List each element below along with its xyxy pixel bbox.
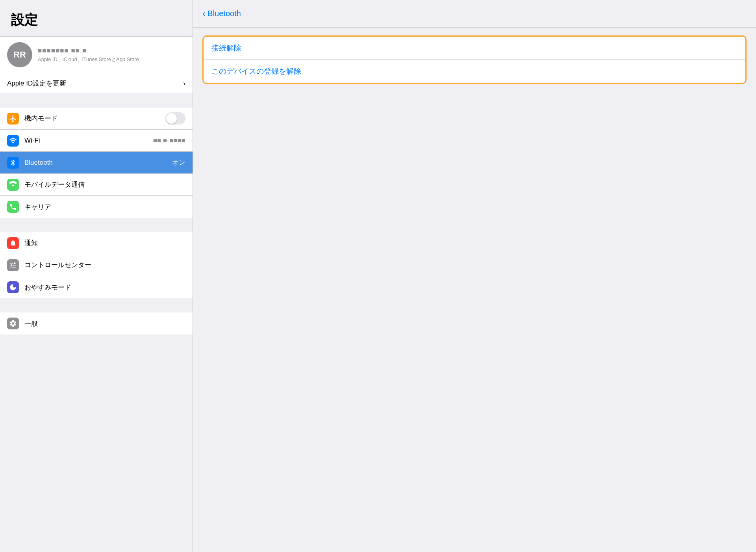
chevron-right-icon: › <box>183 80 185 87</box>
sidebar-item-mobile[interactable]: モバイルデータ通信 <box>0 174 193 196</box>
right-content: 接続解除 このデバイスの登録を解除 <box>193 28 756 552</box>
gear-icon <box>7 318 19 329</box>
back-label: Bluetooth <box>208 9 241 18</box>
bluetooth-label: Bluetooth <box>24 159 167 167</box>
control-center-icon <box>7 259 19 271</box>
sidebar-item-control-center[interactable]: コントロールセンター <box>0 254 193 276</box>
bluetooth-value: オン <box>172 158 185 167</box>
carrier-icon <box>7 201 19 213</box>
right-header: ‹ Bluetooth <box>193 0 756 28</box>
disconnect-button[interactable]: 接続解除 <box>204 37 745 60</box>
airplane-toggle[interactable] <box>165 112 185 125</box>
carrier-label: キャリア <box>24 203 185 212</box>
wifi-icon <box>7 135 19 147</box>
back-button[interactable]: ‹ Bluetooth <box>202 9 241 19</box>
section-gap-1 <box>0 93 193 100</box>
sidebar-item-airplane[interactable]: 機内モード <box>0 108 193 130</box>
sidebar-item-notifications[interactable]: 通知 <box>0 232 193 254</box>
section-gap-3 <box>0 298 193 305</box>
do-not-disturb-label: おやすみモード <box>24 283 185 292</box>
page-title: 設定 <box>0 0 193 36</box>
profile-subtitle: Apple ID、iCloud、iTunes StoreとApp Store <box>38 56 185 63</box>
sidebar-item-bluetooth[interactable]: Bluetooth オン <box>0 152 193 174</box>
settings-group-1: 機内モード Wi-Fi ■■.■-■■■■ Bluetooth オン モバイルデ… <box>0 108 193 218</box>
profile-section[interactable]: RR ■■■■■■■ ■■.■ Apple ID、iCloud、iTunes S… <box>0 37 193 73</box>
sidebar-item-general[interactable]: 一般 <box>0 312 193 335</box>
avatar: RR <box>7 42 32 67</box>
settings-group-3: 一般 <box>0 312 193 335</box>
bluetooth-icon <box>7 157 19 169</box>
mobile-data-icon <box>7 179 19 191</box>
moon-icon <box>7 281 19 293</box>
section-gap-2 <box>0 218 193 225</box>
apple-id-update-label: Apple ID設定を更新 <box>7 79 66 88</box>
notifications-label: 通知 <box>24 238 185 247</box>
airplane-icon <box>7 113 19 125</box>
action-card: 接続解除 このデバイスの登録を解除 <box>202 35 747 84</box>
profile-name: ■■■■■■■ ■■.■ <box>38 47 185 55</box>
sidebar-item-carrier[interactable]: キャリア <box>0 196 193 218</box>
airplane-label: 機内モード <box>24 114 160 123</box>
right-panel: ‹ Bluetooth 接続解除 このデバイスの登録を解除 <box>193 0 756 552</box>
wifi-value: ■■.■-■■■■ <box>153 137 185 145</box>
left-panel: 設定 RR ■■■■■■■ ■■.■ Apple ID、iCloud、iTune… <box>0 0 193 552</box>
notifications-icon <box>7 237 19 249</box>
wifi-label: Wi-Fi <box>24 137 148 145</box>
forget-device-button[interactable]: このデバイスの登録を解除 <box>204 60 745 83</box>
settings-group-2: 通知 コントロールセンター おやすみモード <box>0 232 193 298</box>
apple-id-update-row[interactable]: Apple ID設定を更新 › <box>0 73 193 93</box>
sidebar-item-do-not-disturb[interactable]: おやすみモード <box>0 276 193 298</box>
back-chevron-icon: ‹ <box>202 9 205 19</box>
mobile-label: モバイルデータ通信 <box>24 180 185 189</box>
sidebar-item-wifi[interactable]: Wi-Fi ■■.■-■■■■ <box>0 130 193 152</box>
general-label: 一般 <box>24 319 185 328</box>
airplane-toggle-knob <box>166 113 177 124</box>
control-center-label: コントロールセンター <box>24 260 185 269</box>
